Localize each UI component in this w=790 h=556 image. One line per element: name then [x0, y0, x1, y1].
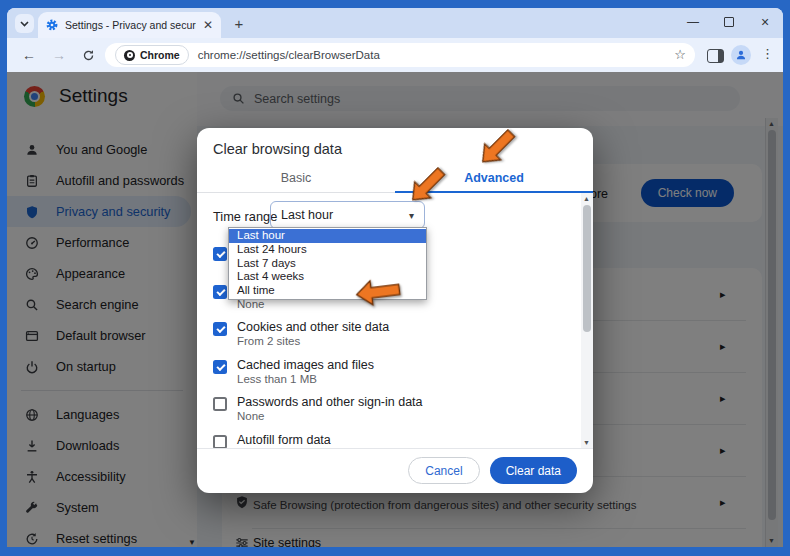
person-icon — [735, 49, 747, 61]
active-tab[interactable]: Settings - Privacy and security ✕ — [38, 12, 221, 38]
time-range-value: Last hour — [281, 208, 409, 222]
tab-strip: Settings - Privacy and security ✕ + — × — [7, 8, 783, 38]
address-bar[interactable]: Chrome chrome://settings/clearBrowserDat… — [105, 43, 695, 67]
clear-data-row-autofill-form-data: Autofill form data — [197, 433, 577, 449]
forward-button[interactable]: → — [50, 46, 68, 64]
tab-search-button[interactable] — [15, 14, 34, 33]
row-label: Passwords and other sign-in data — [237, 395, 423, 409]
row-detail: None — [237, 410, 265, 422]
clear-data-button[interactable]: Clear data — [490, 457, 577, 484]
dialog-body: Time range Last hour ▾ Browsing historyN… — [197, 193, 593, 449]
refresh-icon — [82, 49, 95, 62]
profile-avatar[interactable] — [731, 45, 751, 65]
dropdown-option-last-24-hours[interactable]: Last 24 hours — [229, 243, 426, 257]
url-chip: Chrome — [115, 45, 189, 65]
chrome-mono-icon — [124, 50, 135, 61]
new-tab-button[interactable]: + — [230, 14, 248, 32]
clear-data-row-cached-images-and-files: Cached images and filesLess than 1 MB — [197, 358, 577, 396]
scroll-down-icon[interactable]: ▼ — [583, 439, 590, 446]
checkbox-checked[interactable] — [213, 322, 227, 336]
caret-down-icon: ▾ — [409, 210, 414, 221]
close-button[interactable]: × — [752, 12, 778, 32]
cancel-button[interactable]: Cancel — [408, 457, 479, 484]
tab-title: Settings - Privacy and security — [65, 19, 196, 31]
back-button[interactable]: ← — [20, 46, 38, 64]
url-chip-label: Chrome — [140, 49, 180, 61]
dropdown-option-last-7-days[interactable]: Last 7 days — [229, 257, 426, 271]
row-detail: Less than 1 MB — [237, 373, 317, 385]
clear-data-row-cookies-and-other-site-data: Cookies and other site dataFrom 2 sites — [197, 320, 577, 358]
checkbox-unchecked[interactable] — [213, 397, 227, 411]
side-panel-icon[interactable] — [707, 49, 724, 63]
browser-toolbar: ← → Chrome chrome://settings/clearBrowse… — [7, 38, 783, 72]
dialog-tabs: Basic Advanced — [197, 164, 593, 193]
clear-browsing-data-dialog: Clear browsing data Basic Advanced Time … — [197, 128, 593, 493]
checkbox-checked[interactable] — [213, 247, 227, 261]
url-text: chrome://settings/clearBrowserData — [198, 49, 380, 61]
minimize-button[interactable]: — — [680, 12, 706, 32]
dropdown-option-last-hour[interactable]: Last hour — [229, 229, 426, 243]
chevron-down-icon — [20, 21, 29, 27]
tab-basic[interactable]: Basic — [197, 164, 395, 192]
row-label: Cookies and other site data — [237, 320, 389, 334]
menu-kebab-icon[interactable]: ⋮ — [761, 46, 774, 61]
maximize-button[interactable] — [716, 12, 742, 32]
dialog-scrollbar[interactable]: ▲ ▼ — [581, 193, 593, 448]
scroll-up-icon[interactable]: ▲ — [583, 195, 590, 202]
time-range-select[interactable]: Last hour ▾ — [270, 201, 425, 229]
row-label: Autofill form data — [237, 433, 331, 447]
browser-window: Settings - Privacy and security ✕ + — × … — [7, 8, 783, 547]
time-range-label: Time range — [213, 209, 277, 224]
maximize-icon — [724, 17, 734, 27]
refresh-button[interactable] — [79, 46, 97, 64]
dialog-footer: Cancel Clear data — [197, 448, 593, 493]
settings-gear-icon — [46, 19, 58, 31]
annotation-arrow-all-time — [353, 275, 402, 308]
checkbox-unchecked[interactable] — [213, 435, 227, 449]
row-detail: From 2 sites — [237, 335, 300, 347]
bookmark-star-icon[interactable]: ☆ — [674, 47, 686, 62]
dialog-title: Clear browsing data — [213, 141, 342, 157]
scrollbar-thumb[interactable] — [583, 205, 591, 332]
tab-close-icon[interactable]: ✕ — [203, 19, 213, 31]
checkbox-checked[interactable] — [213, 285, 227, 299]
checkbox-checked[interactable] — [213, 360, 227, 374]
clear-data-row-passwords-and-other-sign-in-data: Passwords and other sign-in dataNone — [197, 395, 577, 433]
row-label: Cached images and files — [237, 358, 374, 372]
